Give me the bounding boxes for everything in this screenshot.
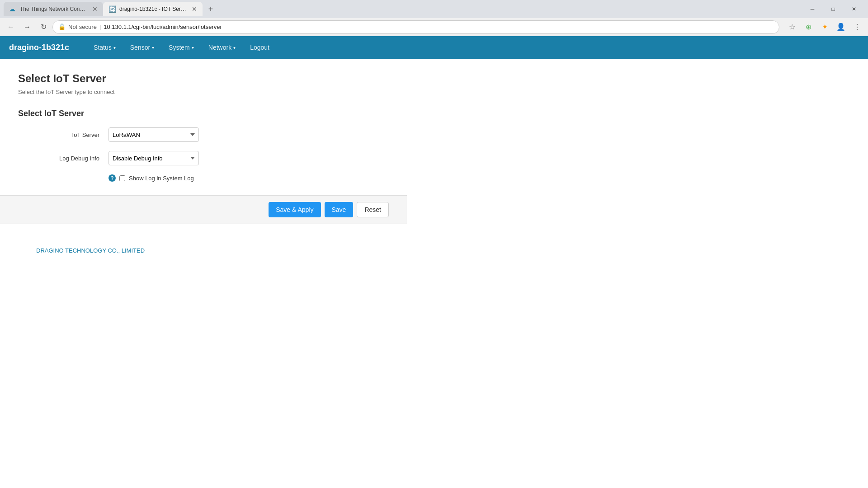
show-log-checkbox[interactable] xyxy=(119,175,125,181)
show-log-area: ? Show Log in System Log xyxy=(108,174,389,182)
url-text: 10.130.1.1/cgi-bin/luci/admin/sensor/iot… xyxy=(104,23,222,30)
tab1-label: The Things Network Console xyxy=(20,6,87,12)
log-debug-select[interactable]: Disable Debug Info Enable Debug Info xyxy=(108,151,199,165)
show-log-label: Show Log in System Log xyxy=(129,175,194,182)
extension2-icon[interactable]: ✦ xyxy=(817,20,832,34)
log-debug-field: Log Debug Info Disable Debug Info Enable… xyxy=(18,151,389,165)
help-icon[interactable]: ? xyxy=(108,174,116,182)
address-separator: | xyxy=(99,23,101,30)
nav-sensor[interactable]: Sensor ▾ xyxy=(124,40,160,55)
navbar: dragino-1b321c Status ▾ Sensor ▾ System … xyxy=(0,36,868,59)
page-title: Select IoT Server xyxy=(18,72,389,85)
nav-status[interactable]: Status ▾ xyxy=(87,40,122,55)
status-caret-icon: ▾ xyxy=(113,45,116,50)
save-button[interactable]: Save xyxy=(325,202,354,217)
section-title: Select IoT Server xyxy=(18,109,389,118)
security-icon: 🔓 xyxy=(58,23,66,30)
bookmark-icon[interactable]: ☆ xyxy=(785,20,799,34)
tab1-favicon: ☁ xyxy=(9,5,16,13)
main-content: Select IoT Server Select the IoT Server … xyxy=(0,59,407,277)
tab-1[interactable]: ☁ The Things Network Console ✕ xyxy=(4,2,103,16)
reset-button[interactable]: Reset xyxy=(357,202,389,217)
navbar-brand: dragino-1b321c xyxy=(9,43,69,52)
extension1-icon[interactable]: ⊕ xyxy=(801,20,816,34)
menu-icon[interactable]: ⋮ xyxy=(850,20,864,34)
page-content: dragino-1b321c Status ▾ Sensor ▾ System … xyxy=(0,36,868,488)
iot-server-label: IoT Server xyxy=(18,131,108,138)
avatar-icon[interactable]: 👤 xyxy=(834,20,848,34)
nav-logout[interactable]: Logout xyxy=(244,40,276,55)
iot-server-select[interactable]: LoRaWAN MQTT ThingSpeak Custom xyxy=(108,127,199,142)
browser-window: ☁ The Things Network Console ✕ 🔄 dragino… xyxy=(0,0,868,488)
footer: DRAGINO TECHNOLOGY CO., LIMITED xyxy=(18,238,389,263)
tab-2[interactable]: 🔄 dragino-1b321c - IOT Server - Lu ✕ xyxy=(103,2,203,16)
close-button[interactable]: ✕ xyxy=(844,0,864,18)
tab1-close[interactable]: ✕ xyxy=(92,5,98,13)
new-tab-button[interactable]: + xyxy=(204,3,217,15)
page-subtitle: Select the IoT Server type to connect xyxy=(18,89,389,95)
navbar-nav: Status ▾ Sensor ▾ System ▾ Network ▾ Log… xyxy=(87,40,276,55)
nav-system[interactable]: System ▾ xyxy=(162,40,200,55)
reload-button[interactable]: ↻ xyxy=(36,20,51,34)
save-apply-button[interactable]: Save & Apply xyxy=(269,202,321,217)
company-link[interactable]: DRAGINO TECHNOLOGY CO., LIMITED xyxy=(36,247,145,254)
log-debug-label: Log Debug Info xyxy=(18,155,108,162)
minimize-button[interactable]: ─ xyxy=(802,0,823,18)
iot-server-field: IoT Server LoRaWAN MQTT ThingSpeak Custo… xyxy=(18,127,389,142)
address-bar-row: ← → ↻ 🔓 Not secure | 10.130.1.1/cgi-bin/… xyxy=(0,18,868,36)
back-button[interactable]: ← xyxy=(4,20,18,34)
forward-button[interactable]: → xyxy=(20,20,34,34)
system-caret-icon: ▾ xyxy=(192,45,194,50)
window-controls: ─ □ ✕ xyxy=(802,0,864,18)
network-caret-icon: ▾ xyxy=(233,45,236,50)
tab-bar: ☁ The Things Network Console ✕ 🔄 dragino… xyxy=(0,0,868,18)
toolbar-icons: ☆ ⊕ ✦ 👤 ⋮ xyxy=(785,20,864,34)
sensor-caret-icon: ▾ xyxy=(152,45,154,50)
nav-network[interactable]: Network ▾ xyxy=(202,40,242,55)
address-bar[interactable]: 🔓 Not secure | 10.130.1.1/cgi-bin/luci/a… xyxy=(52,20,779,34)
maximize-button[interactable]: □ xyxy=(823,0,844,18)
tab2-close[interactable]: ✕ xyxy=(192,5,197,13)
actions-bar: Save & Apply Save Reset xyxy=(0,195,407,224)
tab2-favicon: 🔄 xyxy=(108,5,116,13)
tab2-label: dragino-1b321c - IOT Server - Lu xyxy=(119,6,186,12)
not-secure-label: Not secure xyxy=(68,23,97,30)
